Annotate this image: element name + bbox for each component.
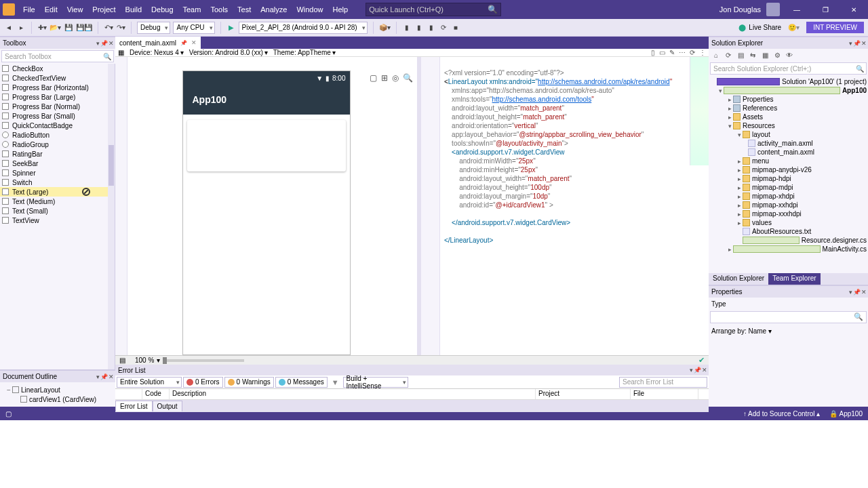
pin-icon[interactable]: 📌: [853, 289, 861, 296]
toolbox-item[interactable]: RadioButton: [0, 130, 115, 140]
toolbox-item[interactable]: RadioGroup: [0, 140, 115, 149]
close-icon[interactable]: ✕: [861, 289, 867, 296]
restart-icon[interactable]: ⟳: [439, 22, 448, 34]
sln-folder[interactable]: ▸mipmap-hdpi: [710, 174, 867, 183]
toolbox-item[interactable]: Spinner: [0, 168, 115, 178]
menu-project[interactable]: Project: [88, 3, 119, 16]
toolbox-item[interactable]: CheckedTextView: [0, 73, 115, 83]
scope-dropdown[interactable]: Entire Solution: [117, 377, 182, 388]
more-icon[interactable]: 🔍: [403, 73, 413, 83]
user-avatar[interactable]: [766, 3, 780, 16]
messages-filter[interactable]: 0 Messages: [275, 377, 328, 388]
sln-folder[interactable]: ▸mipmap-anydpi-v26: [710, 165, 867, 174]
sln-folder[interactable]: ▸values: [710, 218, 867, 227]
feedback-icon[interactable]: 🙂▾: [788, 24, 800, 31]
dropdown-icon[interactable]: ▾: [96, 40, 100, 47]
zoom-icon[interactable]: ⊞: [381, 73, 388, 83]
toolbox-item[interactable]: CheckBox: [0, 64, 115, 73]
sln-folder[interactable]: ▸mipmap-xxxhdpi: [710, 209, 867, 218]
code-editor[interactable]: <?xml version="1.0" encoding="utf-8"?> <…: [421, 57, 709, 355]
settings-icon[interactable]: ⋯: [679, 49, 686, 56]
menu-test[interactable]: Test: [233, 3, 255, 16]
error-search-input[interactable]: Search Error List: [619, 377, 707, 388]
close-icon[interactable]: ✕: [702, 367, 707, 373]
zoom-slider[interactable]: [163, 359, 244, 362]
grid-icon[interactable]: ▦: [118, 49, 124, 56]
sln-references[interactable]: ▸References: [710, 104, 867, 113]
minimize-button[interactable]: —: [785, 3, 808, 16]
undo-button[interactable]: ↶▾: [104, 22, 113, 34]
props-arrange[interactable]: Arrange by: Name ▾: [709, 325, 868, 337]
stop-icon[interactable]: ■: [451, 22, 460, 34]
filter-icon[interactable]: ▼: [332, 378, 339, 386]
toolbox-item[interactable]: SeekBar: [0, 159, 115, 168]
config-dropdown[interactable]: Debug: [137, 22, 170, 34]
close-icon[interactable]: ✕: [108, 373, 114, 380]
split-horizontal-icon[interactable]: ▤: [119, 357, 125, 364]
show-all-icon[interactable]: ▦: [760, 52, 770, 59]
quick-launch-input[interactable]: Quick Launch (Ctrl+Q) 🔍: [366, 3, 501, 16]
sln-project[interactable]: ▾App100: [710, 86, 867, 95]
designer-surface[interactable]: ▢ ⊞ ◎ 🔍 ▼ ▮ 8:00 App100: [115, 57, 417, 355]
menu-window[interactable]: Window: [292, 3, 327, 16]
pin-icon[interactable]: 📌: [694, 367, 701, 373]
sln-assets[interactable]: ▸Assets: [710, 113, 867, 121]
toolbox-item[interactable]: Progress Bar (Small): [0, 111, 115, 121]
pin-icon[interactable]: 📌: [100, 40, 108, 47]
device-selector[interactable]: Device: Nexus 4: [130, 49, 179, 56]
document-tab-active[interactable]: content_main.axml 📌 ✕: [115, 37, 201, 49]
pin-icon[interactable]: 📌: [853, 40, 861, 47]
sln-search-input[interactable]: Search Solution Explorer (Ctrl+;) 🔍: [710, 62, 867, 75]
sln-file[interactable]: AboutResources.txt: [710, 227, 867, 236]
toolbox-item[interactable]: Switch: [0, 178, 115, 187]
col-code[interactable]: Code: [142, 389, 170, 399]
tab-error-list[interactable]: Error List: [115, 401, 153, 411]
sln-folder[interactable]: ▸mipmap-xhdpi: [710, 192, 867, 201]
cardview-preview[interactable]: [187, 120, 346, 171]
col-description[interactable]: Description: [170, 389, 536, 399]
dropdown-icon[interactable]: ▾: [690, 367, 693, 373]
stepover-icon[interactable]: ▮: [402, 22, 412, 34]
dropdown-icon[interactable]: ▾: [96, 373, 100, 380]
pin-icon[interactable]: 📌: [180, 40, 187, 46]
dropdown-icon[interactable]: ▾: [849, 289, 852, 296]
landscape-icon[interactable]: ▭: [659, 49, 665, 56]
preview-icon[interactable]: 👁: [785, 52, 794, 59]
user-name[interactable]: Jon Douglas: [719, 5, 761, 14]
menu-file[interactable]: File: [19, 3, 39, 16]
toolbox-item[interactable]: Progress Bar (Large): [0, 92, 115, 102]
edit-icon[interactable]: ✎: [669, 49, 675, 56]
toolbox-item[interactable]: RatingBar: [0, 149, 115, 159]
toolbox-item[interactable]: Text (Small): [0, 206, 115, 216]
target-dropdown[interactable]: Pixel_2_API_28 (Android 9.0 - API 28): [239, 22, 368, 34]
minimap[interactable]: [690, 57, 709, 165]
toolbox-item-selected[interactable]: Text (Large): [0, 187, 115, 197]
build-dropdown[interactable]: Build + IntelliSense: [343, 377, 408, 388]
version-selector[interactable]: Version: Android 8.0 (xx): [189, 49, 263, 56]
menu-team[interactable]: Team: [179, 3, 205, 16]
refresh-icon[interactable]: ⟳: [724, 52, 733, 59]
menu-edit[interactable]: Edit: [41, 3, 62, 16]
tab-solution-explorer[interactable]: Solution Explorer: [709, 273, 768, 285]
toolbox-scrollbar[interactable]: [108, 64, 115, 369]
toolbox-item[interactable]: Text (Medium): [0, 197, 115, 206]
menu-build[interactable]: Build: [121, 3, 146, 16]
toolbox-item[interactable]: Progress Bar (Horizontal): [0, 83, 115, 92]
outline-root[interactable]: −LinearLayout: [1, 385, 114, 394]
theme-selector[interactable]: Theme: AppTheme: [273, 49, 331, 56]
nav-fwd-button[interactable]: ▸: [16, 22, 26, 34]
redo-button[interactable]: ↷▾: [116, 22, 125, 34]
stepout-icon[interactable]: ▮: [427, 22, 436, 34]
new-project-button[interactable]: ✚▾: [37, 22, 47, 34]
zoom-fit-icon[interactable]: ▢: [370, 73, 377, 83]
dropdown-icon[interactable]: ▾: [849, 40, 852, 47]
close-icon[interactable]: ✕: [191, 39, 197, 46]
platform-dropdown[interactable]: Any CPU: [173, 22, 214, 34]
sln-file[interactable]: ▸MainActivity.cs: [710, 245, 867, 253]
stepinto-icon[interactable]: ▮: [414, 22, 424, 34]
portrait-icon[interactable]: ▯: [651, 49, 655, 56]
close-button[interactable]: ✕: [842, 3, 865, 16]
properties-icon[interactable]: ⚙: [772, 52, 782, 59]
pin-icon[interactable]: 📌: [100, 373, 108, 380]
col-project[interactable]: Project: [536, 389, 631, 399]
